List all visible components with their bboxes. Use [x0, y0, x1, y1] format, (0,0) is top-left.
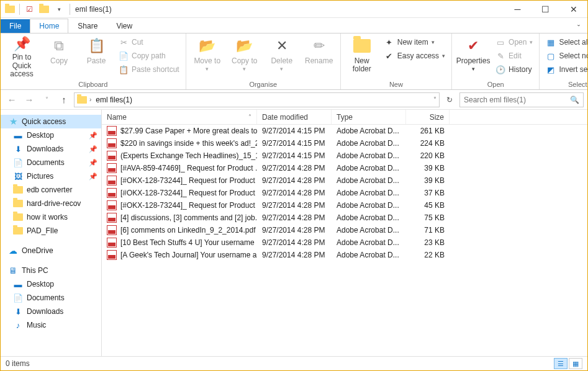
file-row[interactable]: $27.99 Case Paper + More great deals to … — [102, 125, 587, 137]
nav-desktop2[interactable]: ▬Desktop — [1, 277, 101, 291]
rename-button[interactable]: ✏Rename — [302, 35, 337, 78]
window-title: eml files(1) — [71, 5, 504, 14]
col-name[interactable]: Name˄ — [102, 110, 257, 124]
navigation-pane[interactable]: ★Quick access ▬Desktop📌 ⬇Downloads📌 📄Doc… — [1, 110, 102, 356]
pdf-icon — [107, 176, 117, 186]
nav-downloads2[interactable]: ⬇Downloads — [1, 305, 101, 318]
maximize-button[interactable]: ☐ — [531, 1, 559, 18]
file-size: 224 KB — [406, 139, 450, 148]
nav-documents[interactable]: 📄Documents📌 — [1, 156, 101, 169]
tab-view[interactable]: View — [107, 19, 142, 33]
open-button[interactable]: ▭Open ▾ — [493, 36, 535, 48]
cut-button[interactable]: ✂Cut — [116, 36, 182, 48]
address-row: ← → ˅ ↑ › eml files(1) ˅ ↻ 🔍 — [1, 90, 587, 110]
pin-icon: 📌 — [89, 132, 97, 140]
view-details-button[interactable]: ☰ — [554, 358, 568, 369]
file-row[interactable]: [#AVA-859-47469]_ Request for Product ..… — [102, 162, 587, 174]
file-type: Adobe Acrobat D... — [332, 189, 406, 197]
pdf-icon — [107, 188, 117, 198]
file-row[interactable]: [#OKX-128-73244]_ Request for Product ..… — [102, 174, 587, 187]
nav-quick-access[interactable]: ★Quick access — [1, 115, 101, 128]
view-thumbnails-button[interactable]: ▦ — [569, 358, 582, 369]
nav-desktop[interactable]: ▬Desktop📌 — [1, 128, 101, 142]
invertselection-button[interactable]: ◩Invert selection — [543, 63, 588, 76]
refresh-button[interactable]: ↻ — [442, 92, 457, 107]
qat-customize-icon[interactable]: ▾ — [52, 2, 66, 16]
qat-folder-icon[interactable] — [3, 2, 17, 16]
pin-icon: 📌 — [89, 159, 97, 167]
recent-dropdown[interactable]: ˅ — [39, 92, 54, 107]
selectnone-button[interactable]: ▢Select none — [543, 50, 588, 62]
file-row[interactable]: [4] discussions, [3] comments and [2] jo… — [102, 212, 587, 224]
file-type: Adobe Acrobat D... — [332, 213, 406, 222]
file-name: $27.99 Case Paper + More great deals to … — [120, 127, 257, 135]
delete-button[interactable]: ✕Delete▾ — [265, 35, 299, 78]
nav-music[interactable]: ♪Music — [1, 318, 101, 332]
qat-properties-icon[interactable]: ☑ — [22, 2, 36, 16]
col-size[interactable]: Size — [406, 110, 450, 124]
ribbon-collapse-icon[interactable]: ˇ — [570, 24, 587, 33]
nav-downloads[interactable]: ⬇Downloads📌 — [1, 142, 101, 156]
search-icon[interactable]: 🔍 — [570, 96, 579, 104]
folder-icon — [13, 226, 23, 236]
paste-button[interactable]: 📋 Paste — [79, 35, 114, 78]
nav-pictures[interactable]: 🖼Pictures📌 — [1, 169, 101, 183]
copyto-button[interactable]: 📂Copy to▾ — [227, 35, 262, 78]
address-dropdown-icon[interactable]: ˅ — [433, 96, 436, 103]
easyaccess-button[interactable]: ✔Easy access ▾ — [382, 50, 448, 62]
file-row[interactable]: [6] comments on LinkedIn_9_2_2014.pdf9/2… — [102, 224, 587, 236]
file-row[interactable]: (Experts Exchange Tech Headlines)_15_11.… — [102, 150, 587, 162]
file-row[interactable]: [A Geek's Tech Journal] Your username a.… — [102, 249, 587, 261]
documents-icon: 📄 — [13, 158, 23, 168]
nav-thispc[interactable]: 🖥This PC — [1, 264, 101, 277]
open-icon: ▭ — [495, 37, 505, 47]
copypath-button[interactable]: 📄Copy path — [116, 50, 182, 62]
newfolder-button[interactable]: New folder — [345, 35, 379, 78]
pin-icon: 📌 — [89, 172, 97, 181]
tab-file[interactable]: File — [1, 19, 30, 33]
search-input[interactable] — [464, 96, 570, 104]
selectall-button[interactable]: ▦Select all — [543, 36, 588, 48]
file-row[interactable]: [10 Best Tech Stuffs 4 U] Your username … — [102, 236, 587, 249]
file-row[interactable]: [#OKX-128-73244]_ Request for Product ..… — [102, 199, 587, 212]
file-row[interactable]: $220 in savings inside + this week's ad!… — [102, 137, 587, 150]
file-list[interactable]: $27.99 Case Paper + More great deals to … — [102, 125, 587, 356]
newitem-button[interactable]: ✦New item ▾ — [382, 36, 448, 48]
up-button[interactable]: ↑ — [57, 92, 71, 107]
nav-edb[interactable]: edb converter — [1, 183, 101, 197]
onedrive-icon: ☁ — [8, 246, 18, 256]
nav-hdd[interactable]: hard-drive-recov — [1, 197, 101, 210]
chevron-right-icon[interactable]: › — [89, 96, 91, 103]
folder-icon — [13, 199, 23, 208]
status-text: 0 items — [6, 359, 30, 368]
music-icon: ♪ — [13, 320, 23, 330]
file-type: Adobe Acrobat D... — [332, 151, 406, 160]
properties-button[interactable]: ✔Properties▾ — [456, 35, 491, 78]
back-button[interactable]: ← — [4, 92, 19, 107]
qat-newfolder-icon[interactable] — [37, 2, 51, 16]
close-button[interactable]: ✕ — [559, 1, 587, 18]
col-date[interactable]: Date modified — [257, 110, 332, 124]
breadcrumb-current[interactable]: eml files(1) — [94, 96, 134, 104]
nav-onedrive[interactable]: ☁OneDrive — [1, 244, 101, 257]
file-name: [6] comments on LinkedIn_9_2_2014.pdf — [120, 226, 256, 235]
tab-home[interactable]: Home — [30, 19, 68, 33]
file-row[interactable]: [#OKX-128-73244]_ Request for Product ..… — [102, 187, 587, 199]
minimize-button[interactable]: ─ — [504, 1, 531, 18]
search-box[interactable]: 🔍 — [459, 92, 584, 107]
copy-button[interactable]: ⧉ Copy — [42, 35, 76, 78]
moveto-button[interactable]: 📂Move to▾ — [190, 35, 225, 78]
forward-button[interactable]: → — [22, 92, 37, 107]
pasteshortcut-button[interactable]: 📋Paste shortcut — [116, 63, 182, 76]
col-type[interactable]: Type — [332, 110, 406, 124]
thispc-icon: 🖥 — [8, 266, 18, 275]
history-button[interactable]: 🕑History — [493, 63, 535, 76]
nav-pad[interactable]: PAD_FIle — [1, 224, 101, 238]
nav-documents2[interactable]: 📄Documents — [1, 291, 101, 305]
tab-share[interactable]: Share — [68, 19, 107, 33]
pin-quickaccess-button[interactable]: 📌 Pin to Quick access — [4, 35, 39, 78]
edit-button[interactable]: ✎Edit — [493, 50, 535, 62]
address-bar[interactable]: › eml files(1) ˅ — [74, 92, 440, 107]
newfolder-icon — [352, 36, 372, 56]
nav-how[interactable]: how it works — [1, 210, 101, 224]
